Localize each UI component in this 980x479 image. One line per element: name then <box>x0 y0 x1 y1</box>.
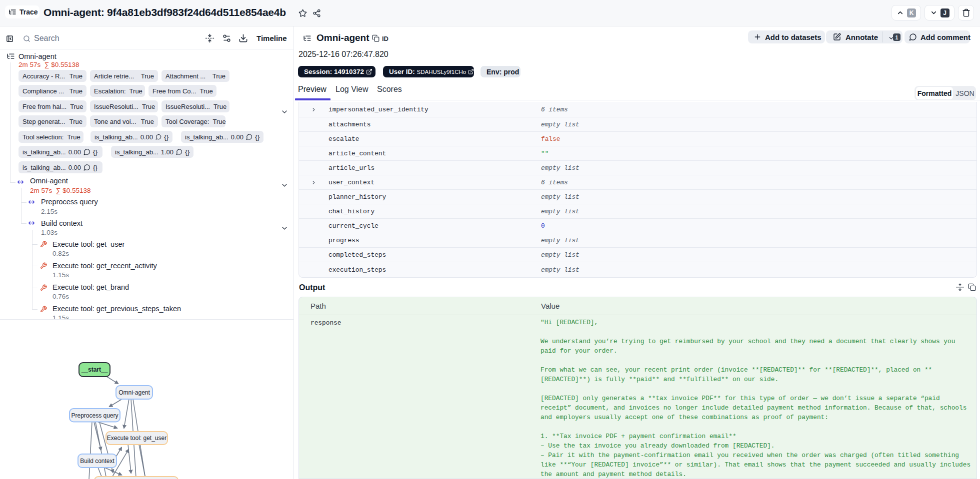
svg-text:Execute tool: get_user: Execute tool: get_user <box>107 435 166 442</box>
svg-text:Omni-agent: Omni-agent <box>118 389 150 396</box>
svg-text:Build context: Build context <box>80 458 114 465</box>
svg-text:__start__: __start__ <box>81 366 108 373</box>
svg-text:Preprocess query: Preprocess query <box>71 412 118 419</box>
